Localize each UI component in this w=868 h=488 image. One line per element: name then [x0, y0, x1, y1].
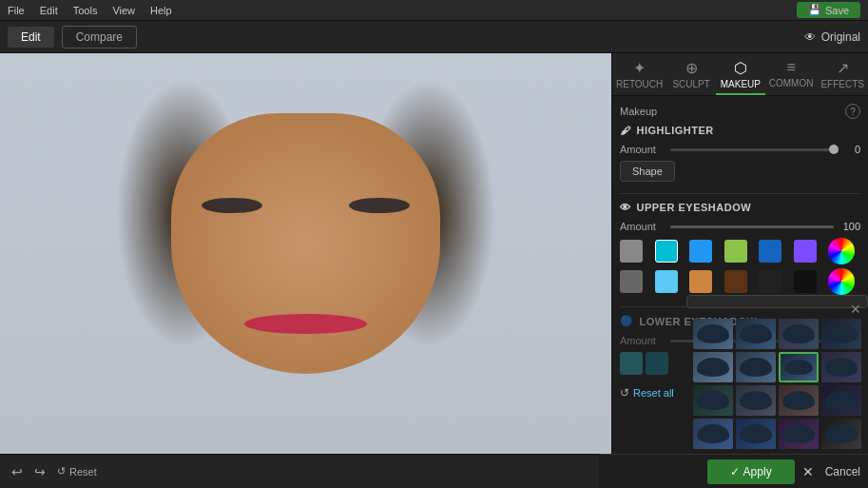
divider-1 — [620, 193, 860, 194]
eye-style-9[interactable] — [693, 385, 733, 416]
highlighter-section: 🖌 HIGHLIGHTER Amount 0 Shape — [620, 125, 860, 182]
sculpt-icon: ⊕ — [685, 59, 698, 77]
menu-file[interactable]: File — [8, 5, 25, 16]
x-button[interactable]: ✕ — [802, 464, 814, 479]
color-wheel-2[interactable] — [828, 268, 855, 295]
reset-circle-icon: ↺ — [57, 465, 66, 478]
edit-tab[interactable]: Edit — [8, 27, 54, 48]
save-button[interactable]: 💾 Save — [797, 2, 860, 18]
lower-swatch-1[interactable] — [620, 352, 643, 375]
swatch-blue[interactable] — [689, 240, 712, 263]
eyeshadow-swatches-row1 — [620, 238, 860, 264]
effects-icon: ↗ — [837, 59, 849, 77]
main-area: ✦ RETOUCH ⊕ SCULPT ⬡ MAKEUP ≡ COMMON ↗ E… — [0, 53, 868, 454]
highlighter-title: 🖌 HIGHLIGHTER — [620, 125, 860, 136]
eye-style-15[interactable] — [779, 419, 819, 449]
makeup-icon: ⬡ — [734, 59, 747, 77]
eye-style-14[interactable] — [736, 419, 776, 449]
upper-eyeshadow-title: 👁 UPPER EYESHADOW — [620, 202, 860, 213]
tab-retouch[interactable]: ✦ RETOUCH — [612, 53, 666, 95]
swatch-darkgray[interactable] — [620, 270, 643, 293]
toolbar: Edit Compare 👁 Original — [0, 21, 868, 53]
eye-style-2[interactable] — [736, 319, 776, 349]
original-toggle[interactable]: 👁 Original — [804, 30, 860, 44]
checkmark-icon: ✓ — [730, 465, 740, 478]
menu-help[interactable]: Help — [150, 5, 172, 16]
swatch-cyan[interactable] — [655, 240, 678, 263]
eye-style-10[interactable] — [736, 385, 776, 416]
eye-style-3[interactable] — [779, 319, 819, 349]
eyeshadow-swatches-row2 — [620, 268, 860, 295]
eye-icon: 👁 — [804, 30, 816, 44]
eye-style-grid — [693, 319, 861, 449]
eye-style-7[interactable] — [779, 352, 819, 382]
swatch-darkblue[interactable] — [759, 240, 781, 263]
highlighter-shape-button[interactable]: Shape — [620, 161, 675, 182]
highlighter-icon: 🖌 — [620, 125, 631, 136]
menubar: File Edit Tools View Help 💾 Save — [0, 0, 868, 21]
eye-style-popup: ✕ — [686, 295, 868, 308]
eye-style-1[interactable] — [693, 319, 733, 349]
swatch-black[interactable] — [794, 270, 817, 293]
upper-eyeshadow-fill — [670, 225, 834, 228]
redo-button[interactable]: ↪ — [34, 464, 46, 479]
eye-style-11[interactable] — [779, 385, 819, 416]
eye-style-5[interactable] — [693, 352, 733, 382]
eyeshadow-icon: 👁 — [620, 202, 631, 213]
right-panel: ✦ RETOUCH ⊕ SCULPT ⬡ MAKEUP ≡ COMMON ↗ E… — [611, 53, 868, 454]
tab-effects[interactable]: ↗ EFFECTS — [817, 53, 868, 95]
eye-style-4[interactable] — [821, 319, 861, 349]
compare-tab[interactable]: Compare — [62, 26, 137, 49]
swatch-tan[interactable] — [689, 270, 712, 293]
lower-eyeshadow-icon: 🔵 — [620, 315, 634, 327]
tab-makeup[interactable]: ⬡ MAKEUP — [716, 53, 765, 95]
panel-header: Makeup ? — [620, 104, 860, 119]
undo-button[interactable]: ↩ — [11, 464, 23, 479]
menu-edit[interactable]: Edit — [40, 5, 58, 16]
eye-style-16[interactable] — [821, 419, 861, 449]
save-icon: 💾 — [808, 4, 821, 16]
portrait-image — [0, 53, 611, 454]
help-button[interactable]: ? — [845, 104, 860, 119]
swatch-gray[interactable] — [620, 240, 643, 263]
action-bar: ✓ Apply ✕ Cancel — [599, 454, 868, 488]
eye-style-8[interactable] — [821, 352, 861, 382]
swatch-purple[interactable] — [794, 240, 817, 263]
swatch-verydark[interactable] — [759, 270, 781, 293]
menu-tools[interactable]: Tools — [73, 5, 98, 16]
swatch-brown[interactable] — [724, 270, 747, 293]
menu-view[interactable]: View — [112, 5, 135, 16]
eye-popup-close[interactable]: ✕ — [850, 302, 861, 317]
panel-tabs: ✦ RETOUCH ⊕ SCULPT ⬡ MAKEUP ≡ COMMON ↗ E… — [612, 53, 868, 96]
reset-button[interactable]: ↺ Reset — [57, 465, 97, 478]
highlighter-amount-row: Amount 0 — [620, 144, 860, 155]
eye-style-13[interactable] — [693, 419, 733, 449]
cancel-button[interactable]: Cancel — [825, 465, 860, 478]
swatch-green[interactable] — [724, 240, 747, 263]
tab-sculpt[interactable]: ⊕ SCULPT — [666, 53, 716, 95]
reset-all-button[interactable]: Reset all — [633, 387, 674, 399]
upper-eyeshadow-amount-row: Amount 100 — [620, 221, 860, 232]
common-icon: ≡ — [786, 59, 795, 76]
upper-eyeshadow-slider[interactable] — [670, 225, 834, 228]
lower-swatch-2[interactable] — [646, 352, 668, 375]
upper-eyeshadow-section: 👁 UPPER EYESHADOW Amount 100 — [620, 202, 860, 295]
reset-icon: ↺ — [620, 386, 629, 400]
eye-style-12[interactable] — [821, 385, 861, 416]
eye-style-6[interactable] — [736, 352, 776, 382]
highlighter-slider[interactable] — [670, 148, 834, 151]
apply-button[interactable]: ✓ Apply — [707, 459, 795, 484]
color-wheel-1[interactable] — [828, 238, 855, 264]
eye-popup-header: ✕ — [693, 302, 861, 317]
tab-common[interactable]: ≡ COMMON — [765, 53, 818, 95]
swatch-lightblue[interactable] — [655, 270, 678, 293]
canvas-area[interactable] — [0, 53, 611, 454]
retouch-icon: ✦ — [633, 59, 646, 77]
